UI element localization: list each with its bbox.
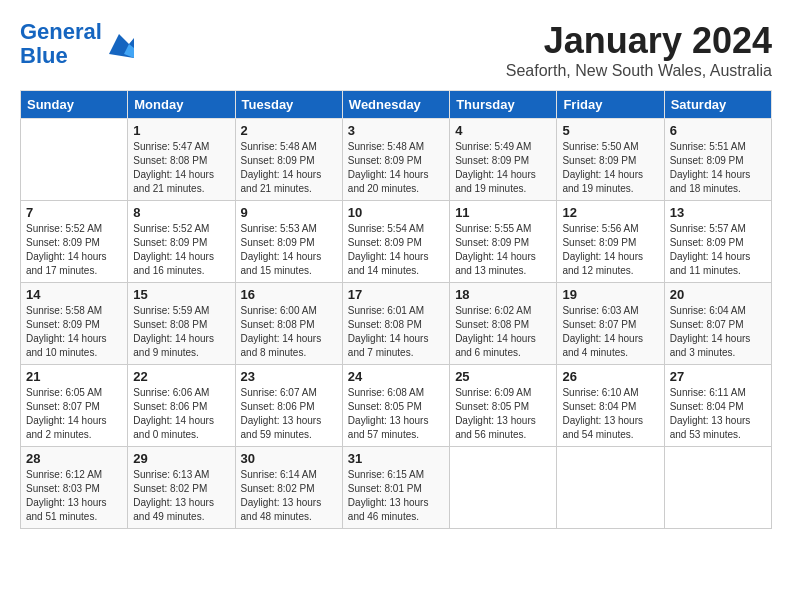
day-cell: 19Sunrise: 6:03 AM Sunset: 8:07 PM Dayli… (557, 283, 664, 365)
logo-text: General Blue (20, 20, 102, 68)
header-saturday: Saturday (664, 91, 771, 119)
day-info: Sunrise: 6:11 AM Sunset: 8:04 PM Dayligh… (670, 386, 766, 442)
day-cell: 27Sunrise: 6:11 AM Sunset: 8:04 PM Dayli… (664, 365, 771, 447)
day-info: Sunrise: 6:05 AM Sunset: 8:07 PM Dayligh… (26, 386, 122, 442)
day-number: 16 (241, 287, 337, 302)
day-number: 3 (348, 123, 444, 138)
page-header: General Blue January 2024 Seaforth, New … (20, 20, 772, 80)
logo: General Blue (20, 20, 134, 68)
day-info: Sunrise: 5:52 AM Sunset: 8:09 PM Dayligh… (133, 222, 229, 278)
day-number: 4 (455, 123, 551, 138)
day-info: Sunrise: 5:50 AM Sunset: 8:09 PM Dayligh… (562, 140, 658, 196)
day-number: 30 (241, 451, 337, 466)
day-cell: 23Sunrise: 6:07 AM Sunset: 8:06 PM Dayli… (235, 365, 342, 447)
day-info: Sunrise: 6:00 AM Sunset: 8:08 PM Dayligh… (241, 304, 337, 360)
week-row-2: 7Sunrise: 5:52 AM Sunset: 8:09 PM Daylig… (21, 201, 772, 283)
day-cell: 11Sunrise: 5:55 AM Sunset: 8:09 PM Dayli… (450, 201, 557, 283)
day-number: 28 (26, 451, 122, 466)
day-cell (450, 447, 557, 529)
day-cell: 9Sunrise: 5:53 AM Sunset: 8:09 PM Daylig… (235, 201, 342, 283)
day-cell: 21Sunrise: 6:05 AM Sunset: 8:07 PM Dayli… (21, 365, 128, 447)
day-cell: 12Sunrise: 5:56 AM Sunset: 8:09 PM Dayli… (557, 201, 664, 283)
header-thursday: Thursday (450, 91, 557, 119)
day-cell: 13Sunrise: 5:57 AM Sunset: 8:09 PM Dayli… (664, 201, 771, 283)
day-cell (557, 447, 664, 529)
day-info: Sunrise: 5:58 AM Sunset: 8:09 PM Dayligh… (26, 304, 122, 360)
day-number: 11 (455, 205, 551, 220)
day-number: 18 (455, 287, 551, 302)
day-info: Sunrise: 6:01 AM Sunset: 8:08 PM Dayligh… (348, 304, 444, 360)
day-cell: 7Sunrise: 5:52 AM Sunset: 8:09 PM Daylig… (21, 201, 128, 283)
day-number: 31 (348, 451, 444, 466)
day-info: Sunrise: 6:15 AM Sunset: 8:01 PM Dayligh… (348, 468, 444, 524)
day-cell: 24Sunrise: 6:08 AM Sunset: 8:05 PM Dayli… (342, 365, 449, 447)
day-info: Sunrise: 6:12 AM Sunset: 8:03 PM Dayligh… (26, 468, 122, 524)
day-info: Sunrise: 5:54 AM Sunset: 8:09 PM Dayligh… (348, 222, 444, 278)
day-info: Sunrise: 5:49 AM Sunset: 8:09 PM Dayligh… (455, 140, 551, 196)
week-row-5: 28Sunrise: 6:12 AM Sunset: 8:03 PM Dayli… (21, 447, 772, 529)
day-info: Sunrise: 5:48 AM Sunset: 8:09 PM Dayligh… (241, 140, 337, 196)
day-cell: 16Sunrise: 6:00 AM Sunset: 8:08 PM Dayli… (235, 283, 342, 365)
day-info: Sunrise: 5:51 AM Sunset: 8:09 PM Dayligh… (670, 140, 766, 196)
day-cell: 4Sunrise: 5:49 AM Sunset: 8:09 PM Daylig… (450, 119, 557, 201)
day-number: 29 (133, 451, 229, 466)
calendar-table: SundayMondayTuesdayWednesdayThursdayFrid… (20, 90, 772, 529)
day-cell: 17Sunrise: 6:01 AM Sunset: 8:08 PM Dayli… (342, 283, 449, 365)
day-number: 23 (241, 369, 337, 384)
day-cell (664, 447, 771, 529)
day-cell: 25Sunrise: 6:09 AM Sunset: 8:05 PM Dayli… (450, 365, 557, 447)
day-number: 24 (348, 369, 444, 384)
day-info: Sunrise: 5:56 AM Sunset: 8:09 PM Dayligh… (562, 222, 658, 278)
day-cell: 2Sunrise: 5:48 AM Sunset: 8:09 PM Daylig… (235, 119, 342, 201)
day-cell: 5Sunrise: 5:50 AM Sunset: 8:09 PM Daylig… (557, 119, 664, 201)
day-number: 14 (26, 287, 122, 302)
day-cell: 31Sunrise: 6:15 AM Sunset: 8:01 PM Dayli… (342, 447, 449, 529)
day-number: 5 (562, 123, 658, 138)
day-number: 8 (133, 205, 229, 220)
day-info: Sunrise: 5:47 AM Sunset: 8:08 PM Dayligh… (133, 140, 229, 196)
day-cell: 6Sunrise: 5:51 AM Sunset: 8:09 PM Daylig… (664, 119, 771, 201)
day-info: Sunrise: 6:09 AM Sunset: 8:05 PM Dayligh… (455, 386, 551, 442)
day-number: 9 (241, 205, 337, 220)
day-cell: 22Sunrise: 6:06 AM Sunset: 8:06 PM Dayli… (128, 365, 235, 447)
day-info: Sunrise: 5:48 AM Sunset: 8:09 PM Dayligh… (348, 140, 444, 196)
day-info: Sunrise: 5:52 AM Sunset: 8:09 PM Dayligh… (26, 222, 122, 278)
day-cell: 20Sunrise: 6:04 AM Sunset: 8:07 PM Dayli… (664, 283, 771, 365)
day-info: Sunrise: 6:03 AM Sunset: 8:07 PM Dayligh… (562, 304, 658, 360)
day-info: Sunrise: 6:08 AM Sunset: 8:05 PM Dayligh… (348, 386, 444, 442)
day-cell: 30Sunrise: 6:14 AM Sunset: 8:02 PM Dayli… (235, 447, 342, 529)
day-info: Sunrise: 5:59 AM Sunset: 8:08 PM Dayligh… (133, 304, 229, 360)
header-row: SundayMondayTuesdayWednesdayThursdayFrid… (21, 91, 772, 119)
day-cell: 18Sunrise: 6:02 AM Sunset: 8:08 PM Dayli… (450, 283, 557, 365)
day-info: Sunrise: 6:14 AM Sunset: 8:02 PM Dayligh… (241, 468, 337, 524)
day-number: 2 (241, 123, 337, 138)
day-info: Sunrise: 5:57 AM Sunset: 8:09 PM Dayligh… (670, 222, 766, 278)
day-info: Sunrise: 6:04 AM Sunset: 8:07 PM Dayligh… (670, 304, 766, 360)
header-monday: Monday (128, 91, 235, 119)
day-number: 20 (670, 287, 766, 302)
header-friday: Friday (557, 91, 664, 119)
day-cell: 3Sunrise: 5:48 AM Sunset: 8:09 PM Daylig… (342, 119, 449, 201)
day-number: 6 (670, 123, 766, 138)
day-info: Sunrise: 5:53 AM Sunset: 8:09 PM Dayligh… (241, 222, 337, 278)
day-number: 12 (562, 205, 658, 220)
day-number: 19 (562, 287, 658, 302)
day-number: 27 (670, 369, 766, 384)
day-info: Sunrise: 6:10 AM Sunset: 8:04 PM Dayligh… (562, 386, 658, 442)
day-info: Sunrise: 6:02 AM Sunset: 8:08 PM Dayligh… (455, 304, 551, 360)
header-tuesday: Tuesday (235, 91, 342, 119)
day-cell (21, 119, 128, 201)
day-cell: 29Sunrise: 6:13 AM Sunset: 8:02 PM Dayli… (128, 447, 235, 529)
day-cell: 26Sunrise: 6:10 AM Sunset: 8:04 PM Dayli… (557, 365, 664, 447)
day-info: Sunrise: 6:06 AM Sunset: 8:06 PM Dayligh… (133, 386, 229, 442)
day-cell: 15Sunrise: 5:59 AM Sunset: 8:08 PM Dayli… (128, 283, 235, 365)
day-info: Sunrise: 6:07 AM Sunset: 8:06 PM Dayligh… (241, 386, 337, 442)
day-number: 17 (348, 287, 444, 302)
day-cell: 8Sunrise: 5:52 AM Sunset: 8:09 PM Daylig… (128, 201, 235, 283)
header-wednesday: Wednesday (342, 91, 449, 119)
day-number: 21 (26, 369, 122, 384)
day-info: Sunrise: 5:55 AM Sunset: 8:09 PM Dayligh… (455, 222, 551, 278)
day-number: 15 (133, 287, 229, 302)
day-cell: 10Sunrise: 5:54 AM Sunset: 8:09 PM Dayli… (342, 201, 449, 283)
week-row-4: 21Sunrise: 6:05 AM Sunset: 8:07 PM Dayli… (21, 365, 772, 447)
